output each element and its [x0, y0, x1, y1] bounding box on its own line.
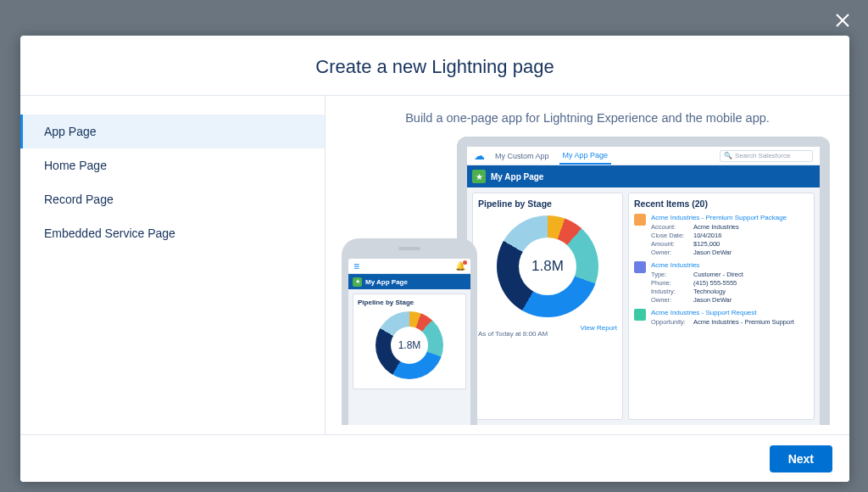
recent-item-details: Account:Acme Industries Close Date:10/4/…	[651, 223, 787, 256]
star-icon: ★	[472, 170, 486, 183]
account-icon	[634, 261, 646, 273]
preview-search-placeholder: Search Salesforce	[735, 152, 790, 159]
preview-illustration: ☁ My Custom App My App Page 🔍 Search Sal…	[342, 137, 833, 425]
close-icon[interactable]	[832, 10, 853, 31]
view-report-link: View Report	[581, 324, 617, 332]
preview-recent-card: Recent Items (20) Acme Industries - Prem…	[628, 193, 815, 420]
pipeline-title-mobile: Pipeline by Stage	[358, 299, 461, 306]
page-type-sidebar: App Page Home Page Record Page Embedded …	[20, 96, 326, 434]
donut-chart: 1.8M	[497, 215, 598, 317]
preview-phone-header: My App Page	[365, 278, 408, 286]
page-type-description: Build a one-page app for Lightning Exper…	[405, 111, 770, 125]
recent-item-details: Opportunity:Acme Industries - Premium Su…	[651, 318, 794, 326]
recent-item-title: Acme Industries - Premium Support Packag…	[651, 214, 787, 221]
recent-item-title: Acme Industries	[651, 261, 743, 269]
modal-title: Create a new Lightning page	[20, 36, 849, 96]
create-lightning-page-modal: Create a new Lightning page App Page Hom…	[20, 36, 849, 482]
phone-speaker	[398, 247, 420, 250]
pipeline-title: Pipeline by Stage	[478, 198, 617, 209]
preview-tab-custom: My Custom App	[492, 148, 553, 164]
salesforce-cloud-icon: ☁	[474, 149, 485, 162]
preview-phone: ≡ 🔔 ★ My App Page Pipeline by Stage 1.8	[342, 238, 477, 425]
next-button[interactable]: Next	[770, 445, 832, 472]
sidebar-item-app-page[interactable]: App Page	[20, 115, 325, 148]
donut-chart-mobile: 1.8M	[376, 311, 443, 379]
content-panel: Build a one-page app for Lightning Exper…	[326, 96, 849, 434]
search-icon: 🔍	[724, 152, 732, 159]
star-icon: ★	[353, 277, 362, 287]
preview-desktop: ☁ My Custom App My App Page 🔍 Search Sal…	[457, 137, 830, 425]
hamburger-icon: ≡	[353, 260, 359, 272]
recent-item-details: Type:Customer - Direct Phone:(415) 555-5…	[651, 271, 743, 304]
preview-header-label: My App Page	[491, 172, 543, 182]
as-of-text: As of Today at 8:00 AM	[478, 330, 548, 338]
preview-search: 🔍 Search Salesforce	[720, 150, 813, 162]
preview-tab-page: My App Page	[559, 148, 612, 165]
opportunity-icon	[634, 214, 646, 226]
sidebar-item-embedded-service-page[interactable]: Embedded Service Page	[20, 216, 325, 250]
sidebar-item-home-page[interactable]: Home Page	[20, 148, 325, 182]
case-icon	[634, 309, 646, 321]
bell-icon: 🔔	[455, 261, 465, 271]
sidebar-item-record-page[interactable]: Record Page	[20, 182, 325, 216]
recent-item-title: Acme Industries - Support Request	[651, 309, 794, 316]
preview-pipeline-card: Pipeline by Stage 1.8M As of Today at 8:…	[472, 193, 623, 420]
donut-value: 1.8M	[497, 215, 598, 317]
recent-title: Recent Items (20)	[634, 198, 809, 209]
donut-value-mobile: 1.8M	[376, 311, 443, 379]
modal-footer: Next	[20, 434, 849, 482]
